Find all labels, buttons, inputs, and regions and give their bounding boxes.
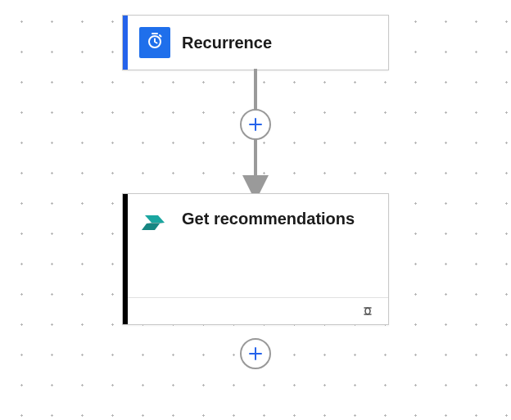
plus-icon	[247, 116, 264, 133]
recurrence-icon-tile	[139, 27, 170, 58]
card-title: Get recommendations	[182, 209, 377, 228]
power-automate-icon	[140, 208, 170, 241]
trigger-card-recurrence[interactable]: Recurrence	[122, 15, 389, 70]
power-automate-icon-tile	[139, 209, 170, 240]
action-card-get-recommendations[interactable]: Get recommendations	[122, 193, 389, 325]
connection-link-icon[interactable]	[359, 305, 377, 318]
card-title: Recurrence	[182, 33, 377, 52]
clock-icon	[145, 31, 165, 54]
add-step-button[interactable]	[240, 109, 271, 140]
card-accent	[123, 16, 128, 70]
card-footer	[123, 297, 388, 324]
add-step-button[interactable]	[240, 338, 271, 369]
plus-icon	[247, 345, 264, 362]
card-accent	[123, 194, 128, 324]
